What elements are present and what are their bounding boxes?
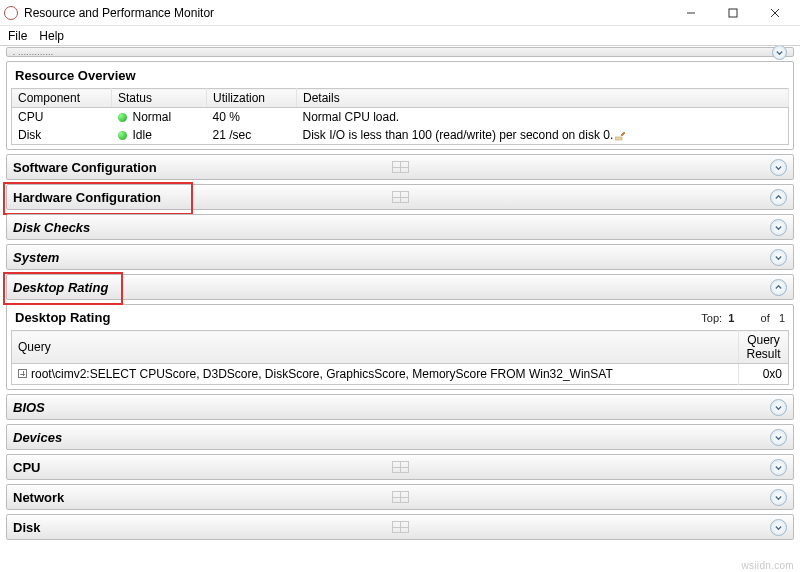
section-disk[interactable]: Disk	[6, 514, 794, 540]
table-icon	[390, 160, 410, 174]
cell-status: Normal	[112, 108, 207, 127]
cell-status: Idle	[112, 126, 207, 145]
chevron-down-icon[interactable]	[770, 249, 787, 266]
panel-header: Desktop Rating Top: 1 of 1	[7, 305, 793, 326]
section-devices[interactable]: Devices	[6, 424, 794, 450]
col-component: Component	[12, 89, 112, 108]
col-util: Utilization	[207, 89, 297, 108]
section-label: Network	[13, 490, 64, 505]
section-performance-cut[interactable]: . .............	[6, 47, 794, 57]
query-table: Query Query Result root\cimv2:SELECT CPU…	[11, 330, 789, 385]
chevron-down-icon[interactable]	[770, 459, 787, 476]
col-details: Details	[297, 89, 789, 108]
table-icon	[390, 490, 410, 504]
chevron-down-icon[interactable]	[770, 429, 787, 446]
panel-title: Desktop Rating	[15, 310, 701, 325]
cell-query: root\cimv2:SELECT CPUScore, D3DScore, Di…	[12, 364, 739, 385]
section-label: System	[13, 250, 59, 265]
section-label: Hardware Configuration	[13, 190, 161, 205]
menu-bar: File Help	[0, 26, 800, 46]
section-label: BIOS	[13, 400, 45, 415]
desktop-rating-panel: Desktop Rating Top: 1 of 1 Query Query R…	[6, 304, 794, 390]
cell-details: Disk I/O is less than 100 (read/write) p…	[297, 126, 789, 145]
section-label: Devices	[13, 430, 62, 445]
table-row: CPU Normal 40 % Normal CPU load.	[12, 108, 789, 127]
section-software-configuration[interactable]: Software Configuration	[6, 154, 794, 180]
minimize-button[interactable]	[670, 0, 712, 26]
section-label: Desktop Rating	[13, 280, 108, 295]
section-label: Disk	[13, 520, 40, 535]
close-button[interactable]	[754, 0, 796, 26]
section-label: Software Configuration	[13, 160, 157, 175]
cell-component: Disk	[12, 126, 112, 145]
cell-details: Normal CPU load.	[297, 108, 789, 127]
col-status: Status	[112, 89, 207, 108]
chevron-down-icon[interactable]	[770, 399, 787, 416]
chevron-down-icon[interactable]	[770, 519, 787, 536]
svg-rect-4	[615, 137, 622, 140]
window-title: Resource and Performance Monitor	[24, 6, 670, 20]
resource-overview-panel: Resource Overview Component Status Utili…	[6, 61, 794, 150]
chevron-down-icon[interactable]	[770, 219, 787, 236]
chevron-down-icon[interactable]	[772, 46, 787, 60]
section-cpu[interactable]: CPU	[6, 454, 794, 480]
col-query: Query	[12, 331, 739, 364]
expand-icon[interactable]	[18, 369, 27, 378]
content-area: . ............. Resource Overview Compon…	[0, 46, 800, 560]
table-icon	[390, 460, 410, 474]
section-hardware-configuration[interactable]: Hardware Configuration	[6, 184, 794, 210]
table-header-row: Component Status Utilization Details	[12, 89, 789, 108]
table-row: root\cimv2:SELECT CPUScore, D3DScore, Di…	[12, 364, 789, 385]
cutoff-label: . .............	[13, 48, 54, 57]
maximize-button[interactable]	[712, 0, 754, 26]
cell-component: CPU	[12, 108, 112, 127]
section-bios[interactable]: BIOS	[6, 394, 794, 420]
svg-rect-1	[729, 9, 737, 17]
table-header-row: Query Query Result	[12, 331, 789, 364]
menu-file[interactable]: File	[8, 29, 27, 43]
section-desktop-rating[interactable]: Desktop Rating	[6, 274, 794, 300]
window-titlebar: Resource and Performance Monitor	[0, 0, 800, 26]
watermark: wsiidn.com	[742, 560, 794, 571]
resource-overview-title: Resource Overview	[7, 62, 793, 84]
status-dot-green-icon	[118, 113, 127, 122]
window-controls	[670, 0, 796, 26]
edit-icon[interactable]	[615, 130, 626, 141]
section-network[interactable]: Network	[6, 484, 794, 510]
table-icon	[390, 190, 410, 204]
section-disk-checks[interactable]: Disk Checks	[6, 214, 794, 240]
cell-util: 40 %	[207, 108, 297, 127]
section-label: Disk Checks	[13, 220, 90, 235]
cell-util: 21 /sec	[207, 126, 297, 145]
status-dot-green-icon	[118, 131, 127, 140]
menu-help[interactable]: Help	[39, 29, 64, 43]
table-row: Disk Idle 21 /sec Disk I/O is less than …	[12, 126, 789, 145]
cell-query-result: 0x0	[739, 364, 789, 385]
col-query-result: Query Result	[739, 331, 789, 364]
section-system[interactable]: System	[6, 244, 794, 270]
section-label: CPU	[13, 460, 40, 475]
chevron-down-icon[interactable]	[770, 489, 787, 506]
chevron-up-icon[interactable]	[770, 279, 787, 296]
panel-pagination: Top: 1 of 1	[701, 312, 785, 324]
table-icon	[390, 520, 410, 534]
app-icon	[4, 6, 18, 20]
chevron-up-icon[interactable]	[770, 189, 787, 206]
resource-overview-table: Component Status Utilization Details CPU…	[11, 88, 789, 145]
chevron-down-icon[interactable]	[770, 159, 787, 176]
